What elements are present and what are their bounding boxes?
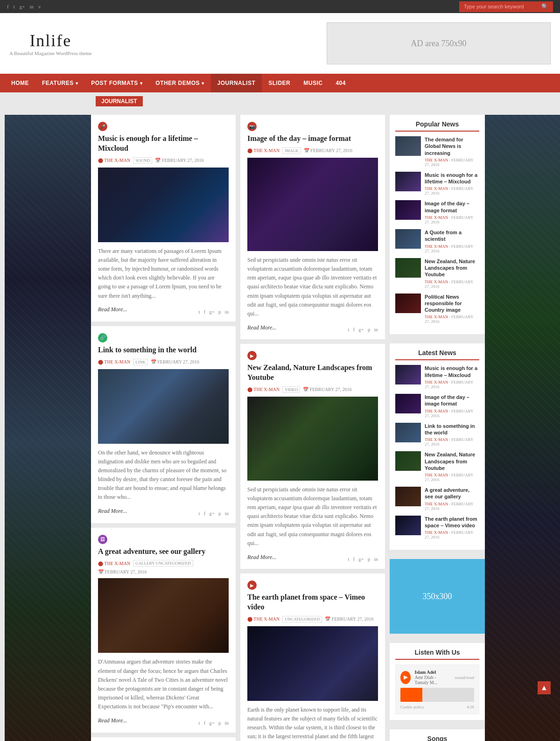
pinterest-share[interactable]: p (218, 510, 221, 516)
twitter-share[interactable]: t (198, 720, 200, 726)
googleplus-share[interactable]: g+ (209, 510, 215, 516)
news-thumbnail (395, 229, 421, 249)
news-title[interactable]: A Quote from a scientist (425, 229, 479, 243)
news-info: A great adventure, see our gallery THE X… (425, 487, 479, 511)
googleplus-icon-top[interactable]: g+ (20, 4, 25, 9)
facebook-share[interactable]: f (204, 510, 206, 516)
news-title[interactable]: Music is enough for a lifetime – Mixclou… (425, 172, 479, 185)
news-thumbnail (395, 423, 421, 442)
article-title: Image of the day – image format (247, 134, 378, 144)
news-meta: THE X-MAN · FEBRUARY 27, 2016 (425, 244, 479, 253)
news-title[interactable]: Music is enough for a lifetime – Mixclou… (425, 365, 479, 378)
read-more[interactable]: Read More... (247, 554, 276, 561)
googleplus-share[interactable]: g+ (358, 556, 364, 562)
nav-features[interactable]: FEATURES ▾ (35, 74, 84, 92)
linkedin-share[interactable]: in (374, 556, 378, 562)
nav-other-demos[interactable]: OTHER DEMOS ▾ (149, 74, 210, 92)
date: 📅 FEBRUARY 27, 2016 (151, 359, 199, 364)
nav-journalist[interactable]: JOURNALIST (211, 74, 262, 92)
read-more[interactable]: Read More... (98, 717, 127, 724)
news-thumbnail (395, 394, 421, 413)
pinterest-share[interactable]: p (218, 720, 221, 726)
article-meta: ⬤ THE X-MAN LINK 📅 FEBRUARY 27, 2016 (98, 359, 229, 365)
date: 📅 FEBRUARY 27, 2016 (155, 158, 203, 163)
article-meta: ⬤ THE X-MAN GALLERY UNCATEGORIZED 📅 FEBR… (98, 560, 229, 574)
article-text: On the other hand, we denounce with righ… (98, 448, 229, 502)
nav-music[interactable]: MUSIC (297, 74, 329, 92)
sc-play-button[interactable]: ▶ (400, 671, 411, 684)
news-title[interactable]: New Zealand, Nature Landscapes from Yout… (425, 258, 479, 278)
tag: VIDEO (282, 386, 300, 393)
article-image (247, 626, 378, 701)
nav-post-formats[interactable]: POST FORMATS ▾ (84, 74, 149, 92)
news-title[interactable]: The earth planet from space – Vimeo vide… (425, 516, 479, 529)
sc-waveform[interactable] (400, 688, 474, 702)
news-title[interactable]: A great adventure, see our gallery (425, 487, 479, 500)
article-gallery: 🖼 A great adventure, see our gallery ⬤ T… (91, 528, 236, 733)
vimeo-icon-top[interactable]: v (38, 4, 41, 9)
cookie-policy-link[interactable]: Cookie policy (400, 705, 424, 709)
author: ⬤ THE X-MAN (247, 148, 280, 153)
songs-title: Songs (395, 735, 479, 741)
nav-404[interactable]: 404 (329, 74, 352, 92)
twitter-share[interactable]: t (348, 556, 349, 562)
twitter-icon-top[interactable]: t (14, 4, 15, 9)
news-thumbnail (395, 200, 421, 220)
listen-title: Listen With Us (395, 649, 479, 660)
scroll-top-button[interactable]: ▲ (538, 681, 551, 694)
news-title[interactable]: Image of the day – image format (425, 200, 479, 214)
latest-news-item: New Zealand, Nature Landscapes from Yout… (395, 451, 479, 482)
author: ⬤ THE X-MAN (247, 616, 280, 622)
linkedin-share[interactable]: in (374, 327, 378, 332)
news-meta: THE X-MAN · FEBRUARY 27, 2016 (425, 502, 479, 511)
facebook-share[interactable]: f (204, 309, 206, 315)
nav-home[interactable]: HOME (5, 74, 35, 92)
news-meta: THE X-MAN · FEBRUARY 27, 2016 (425, 280, 479, 289)
googleplus-share[interactable]: g+ (209, 309, 215, 315)
news-title[interactable]: Image of the day – image format (425, 394, 479, 407)
date: 📅 FEBRUARY 27, 2016 (98, 569, 147, 574)
share-icons: t f g+ p in (348, 556, 378, 562)
search-icon[interactable]: 🔍 (541, 3, 548, 10)
linkedin-share[interactable]: in (224, 510, 229, 516)
news-meta: THE X-MAN · FEBRUARY 27, 2016 (425, 409, 479, 418)
article-meta: ⬤ THE X-MAN SOUND 📅 FEBRUARY 27, 2016 (98, 157, 229, 164)
article-image (98, 168, 229, 242)
article-earth-space: ▶ The earth planet from space – Vimeo vi… (240, 573, 385, 741)
news-title[interactable]: Political News responsible for Country i… (425, 294, 479, 314)
read-more[interactable]: Read More... (98, 508, 127, 515)
facebook-share[interactable]: f (353, 327, 355, 332)
pinterest-share[interactable]: p (368, 327, 371, 332)
search-input[interactable] (464, 4, 539, 9)
sidebar-ad: 350x300 (390, 559, 485, 634)
article-text: D'Ammassa argues that adventure stories … (98, 657, 229, 711)
read-more[interactable]: Read More... (247, 324, 276, 331)
pinterest-share[interactable]: p (218, 309, 221, 315)
article-image (98, 578, 229, 653)
facebook-share[interactable]: f (353, 556, 355, 562)
googleplus-share[interactable]: g+ (358, 327, 364, 332)
soundcloud-player[interactable]: ▶ Islam Adel Amr Diab - Tamaly M... soun… (395, 664, 479, 714)
article-music-mixcloud: 🎤 Music is enough for a lifetime – Mixcl… (91, 115, 236, 322)
top-bar: f t g+ in v 🔍 (0, 0, 560, 13)
read-more[interactable]: Read More... (98, 306, 127, 313)
linkedin-icon-top[interactable]: in (29, 4, 34, 9)
tag: UNCATEGORIZED (282, 616, 322, 622)
article-text: There are many variations of passages of… (98, 247, 229, 301)
linkedin-share[interactable]: in (224, 720, 229, 726)
nav-slider[interactable]: SLIDER (262, 74, 297, 92)
twitter-share[interactable]: t (198, 309, 200, 315)
date: 📅 FEBRUARY 27, 2016 (304, 148, 352, 153)
facebook-share[interactable]: f (204, 720, 206, 726)
facebook-icon-top[interactable]: f (7, 4, 9, 9)
linkedin-share[interactable]: in (224, 309, 229, 315)
search-box[interactable]: 🔍 (459, 1, 553, 12)
news-title[interactable]: The demand for Global News is increasing (425, 136, 479, 156)
twitter-share[interactable]: t (198, 510, 200, 516)
news-meta: THE X-MAN · FEBRUARY 27, 2016 (425, 380, 479, 389)
googleplus-share[interactable]: g+ (209, 720, 215, 726)
news-title[interactable]: New Zealand, Nature Landscapes from Yout… (425, 451, 479, 471)
pinterest-share[interactable]: p (368, 556, 371, 562)
twitter-share[interactable]: t (348, 327, 349, 332)
news-title[interactable]: Link to something in the world (425, 423, 479, 436)
